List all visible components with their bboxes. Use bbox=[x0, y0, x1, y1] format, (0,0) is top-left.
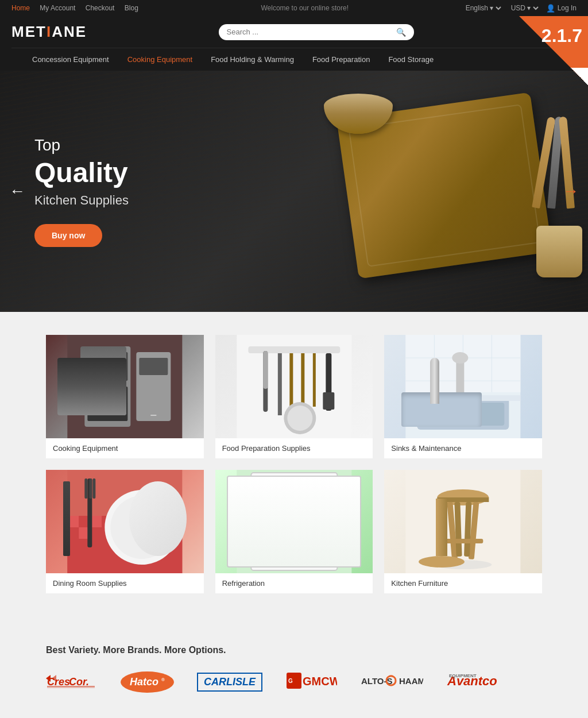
nav-food-prep[interactable]: Food Preparation bbox=[303, 48, 379, 71]
nav-food-storage[interactable]: Food Storage bbox=[379, 48, 443, 71]
category-dining[interactable]: Dining Room Supplies bbox=[46, 470, 204, 593]
svg-rect-16 bbox=[323, 392, 334, 410]
category-sink[interactable]: Sinks & Maintenance bbox=[384, 335, 542, 458]
altoshaam-logo-svg: ALTO-S HAAM bbox=[360, 670, 423, 691]
welcome-message: Welcome to our online store! bbox=[261, 4, 349, 12]
svg-rect-30 bbox=[406, 395, 521, 401]
svg-rect-1 bbox=[84, 346, 130, 427]
version-badge: 2.1.7 bbox=[519, 16, 588, 85]
hero-cta-button[interactable]: Buy now bbox=[34, 224, 102, 247]
svg-text:Cor.: Cor. bbox=[69, 676, 89, 688]
svg-point-59 bbox=[275, 534, 284, 543]
svg-rect-26 bbox=[457, 358, 465, 404]
brand-hatco[interactable]: Hatco ® bbox=[121, 671, 174, 693]
search-bar: 🔍 bbox=[219, 24, 414, 40]
brands-section: Best Variety. More Brands. More Options.… bbox=[0, 628, 588, 718]
svg-rect-8 bbox=[248, 346, 340, 353]
category-prep-image bbox=[215, 335, 373, 438]
svg-rect-42 bbox=[84, 478, 87, 499]
category-dining-image bbox=[46, 470, 204, 573]
brand-crescor[interactable]: Cres Cor. bbox=[46, 670, 98, 694]
user-icon: 👤 bbox=[546, 4, 555, 13]
nav-food-holding[interactable]: Food Holding & Warming bbox=[202, 48, 303, 71]
nav-my-account[interactable]: My Account bbox=[40, 4, 75, 12]
svg-text:EQUIPMENT: EQUIPMENT bbox=[449, 673, 477, 678]
category-cooking-image bbox=[46, 335, 204, 438]
svg-text:GMCW: GMCW bbox=[303, 675, 337, 688]
svg-point-51 bbox=[289, 488, 299, 497]
search-button[interactable]: 🔍 bbox=[396, 28, 406, 37]
svg-point-49 bbox=[261, 485, 275, 499]
brand-avantco[interactable]: Avantco EQUIPMENT bbox=[446, 669, 504, 695]
top-bar-nav: Home My Account Checkout Blog bbox=[11, 4, 146, 12]
search-input[interactable] bbox=[227, 28, 396, 36]
svg-rect-43 bbox=[89, 478, 92, 499]
carlisle-text: CARLISLE bbox=[197, 673, 262, 692]
category-furniture-label: Kitchen Furniture bbox=[384, 573, 542, 593]
svg-rect-2 bbox=[87, 352, 127, 381]
svg-rect-3 bbox=[87, 387, 127, 421]
header: METIANE 🔍 ♡ 0 🛒 0 Concession Equipment C… bbox=[0, 16, 588, 71]
currency-selector[interactable]: USD ▾ bbox=[509, 3, 540, 13]
svg-point-53 bbox=[314, 486, 326, 497]
login-link[interactable]: 👤 Log In bbox=[546, 4, 577, 13]
brands-title: Best Variety. More Brands. More Options. bbox=[46, 645, 542, 655]
hero-prev-button[interactable]: ← bbox=[9, 182, 25, 200]
avantco-logo-svg: Avantco EQUIPMENT bbox=[446, 669, 504, 692]
hero-next-button[interactable]: → bbox=[563, 182, 579, 200]
logo[interactable]: METIANE bbox=[11, 23, 87, 41]
svg-rect-5 bbox=[139, 358, 168, 375]
svg-point-50 bbox=[277, 484, 288, 496]
category-prep[interactable]: Food Preparation Supplies bbox=[215, 335, 373, 458]
prep-svg bbox=[215, 335, 373, 438]
hatco-text: Hatco bbox=[130, 676, 158, 688]
brand-carlisle[interactable]: CARLISLE bbox=[197, 673, 262, 692]
hero-decorations bbox=[243, 71, 588, 312]
nav-concession[interactable]: Concession Equipment bbox=[23, 48, 118, 71]
hero-description: Kitchen Supplies bbox=[34, 193, 129, 208]
version-text: 2.1.7 bbox=[541, 26, 582, 45]
svg-rect-48 bbox=[257, 478, 331, 504]
nav-cooking[interactable]: Cooking Equipment bbox=[118, 48, 202, 71]
svg-point-62 bbox=[307, 534, 316, 543]
logo-accent: I bbox=[47, 23, 52, 40]
svg-point-18 bbox=[287, 406, 312, 431]
hatco-registered: ® bbox=[161, 677, 165, 682]
main-nav: Concession Equipment Cooking Equipment F… bbox=[11, 48, 577, 71]
nav-home[interactable]: Home bbox=[11, 4, 30, 12]
category-dining-label: Dining Room Supplies bbox=[46, 573, 204, 593]
category-sink-image bbox=[384, 335, 542, 438]
svg-rect-45 bbox=[237, 470, 351, 573]
nav-blog[interactable]: Blog bbox=[125, 4, 138, 12]
furniture-svg bbox=[384, 470, 542, 573]
search-icon: 🔍 bbox=[396, 28, 406, 37]
svg-point-72 bbox=[435, 560, 492, 569]
svg-point-52 bbox=[300, 485, 311, 496]
svg-point-58 bbox=[265, 531, 275, 541]
brand-altoshaam[interactable]: ALTO-S HAAM bbox=[360, 670, 423, 694]
hatco-badge: Hatco ® bbox=[121, 671, 174, 693]
crescor-logo-svg: Cres Cor. bbox=[46, 670, 98, 691]
brand-gmcw[interactable]: G GMCW bbox=[285, 670, 337, 694]
corner-fold bbox=[571, 68, 588, 85]
svg-point-57 bbox=[273, 523, 281, 531]
language-selector[interactable]: English ▾ bbox=[463, 3, 503, 13]
dining-svg bbox=[46, 470, 204, 573]
svg-rect-29 bbox=[422, 403, 505, 426]
cooking-svg bbox=[46, 335, 204, 438]
svg-text:G: G bbox=[288, 678, 293, 684]
categories-grid-row1: Cooking Equipment bbox=[46, 335, 542, 458]
category-sink-label: Sinks & Maintenance bbox=[384, 438, 542, 458]
svg-rect-55 bbox=[297, 510, 331, 562]
category-cooking-label: Cooking Equipment bbox=[46, 438, 204, 458]
category-furniture[interactable]: Kitchen Furniture bbox=[384, 470, 542, 593]
hero-section: Top Quality Kitchen Supplies Buy now ← → bbox=[0, 71, 588, 312]
category-cooking[interactable]: Cooking Equipment bbox=[46, 335, 204, 458]
header-inner: METIANE 🔍 ♡ 0 🛒 0 bbox=[11, 23, 577, 48]
category-refrig-image bbox=[215, 470, 373, 573]
svg-rect-66 bbox=[438, 497, 489, 502]
gmcw-logo-svg: G GMCW bbox=[285, 670, 337, 691]
svg-rect-44 bbox=[92, 478, 95, 499]
nav-checkout[interactable]: Checkout bbox=[86, 4, 115, 12]
category-refrig[interactable]: Refrigeration bbox=[215, 470, 373, 593]
